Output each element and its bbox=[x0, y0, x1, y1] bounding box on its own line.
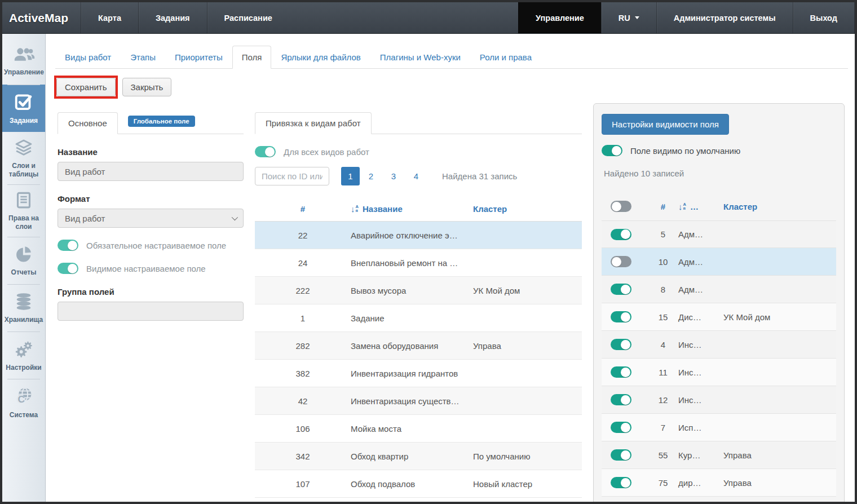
name-field[interactable] bbox=[58, 162, 244, 181]
column-header-name[interactable]: ↓Ая Название bbox=[351, 204, 473, 214]
tab-plugins-webhooks[interactable]: Плагины и Web-хуки bbox=[370, 46, 470, 69]
work-types-table-header: # ↓Ая Название Кластер bbox=[255, 196, 582, 222]
row-visibility-toggle[interactable] bbox=[611, 422, 631, 433]
sidebar-item-layers[interactable]: Слои и таблицы bbox=[2, 132, 45, 184]
work-type-row[interactable]: 342 Обход квартир По умолчанию bbox=[255, 443, 582, 470]
nav-item-tasks[interactable]: Задания bbox=[138, 2, 207, 33]
tab-stages[interactable]: Этапы bbox=[121, 46, 165, 69]
page-button-1[interactable]: 1 bbox=[341, 167, 360, 185]
sidebar-item-system[interactable]: C Система bbox=[2, 379, 45, 426]
visibility-row[interactable]: 10 Адм… bbox=[602, 248, 836, 276]
visibility-row[interactable]: 15 Дис… УК Мой дом bbox=[602, 303, 836, 331]
row-name: Внеплановый ремонт на … bbox=[351, 258, 473, 268]
required-field-label: Обязательное настраиваемое поле bbox=[86, 241, 226, 250]
work-type-row[interactable]: 42 Инвентаризация существ… bbox=[255, 387, 582, 415]
work-type-row[interactable]: 22 Аварийное отключение э… bbox=[255, 222, 582, 249]
save-button[interactable]: Сохранить bbox=[56, 78, 116, 96]
sidebar-item-settings[interactable]: Настройки bbox=[2, 331, 45, 379]
row-visibility-toggle[interactable] bbox=[611, 256, 631, 267]
row-id: 12 bbox=[648, 395, 678, 405]
visibility-row[interactable]: 75 дир… Управа bbox=[602, 469, 836, 497]
nav-item-user[interactable]: Администратор системы bbox=[656, 2, 793, 33]
work-type-row[interactable]: 222 Вывоз мусора УК Мой дом bbox=[255, 277, 582, 304]
field-form-panel: Основное Глобальное поле Название Формат… bbox=[58, 110, 244, 321]
page-button-4[interactable]: 4 bbox=[405, 171, 427, 181]
row-visibility-toggle[interactable] bbox=[611, 311, 631, 322]
row-cluster: Управа bbox=[723, 478, 836, 488]
work-type-row[interactable]: 282 Замена оборудования Управа bbox=[255, 332, 582, 360]
sidebar-item-storage[interactable]: Хранилища bbox=[2, 284, 45, 331]
row-visibility-toggle[interactable] bbox=[611, 394, 631, 405]
column-header-id[interactable]: # bbox=[255, 204, 351, 214]
row-id: 22 bbox=[255, 231, 351, 240]
format-select[interactable]: Вид работ bbox=[58, 209, 244, 228]
visibility-row[interactable]: 8 Адм… bbox=[602, 276, 836, 303]
column-header-name[interactable]: ↓Ая … bbox=[678, 202, 723, 211]
close-button[interactable]: Закрыть bbox=[122, 78, 172, 96]
row-id: 342 bbox=[255, 452, 351, 461]
nav-item-map[interactable]: Карта bbox=[81, 2, 138, 33]
tab-work-type-binding[interactable]: Привязка к видам работ bbox=[255, 112, 372, 134]
visibility-row[interactable]: 12 Инс… bbox=[602, 386, 836, 414]
row-visibility-toggle[interactable] bbox=[611, 339, 631, 350]
sidebar-item-label: Задания bbox=[4, 117, 43, 125]
required-field-toggle[interactable] bbox=[58, 240, 78, 251]
column-header-cluster[interactable]: Кластер bbox=[473, 204, 582, 214]
database-icon bbox=[13, 291, 34, 312]
column-header-id[interactable]: # bbox=[648, 202, 678, 211]
work-type-row[interactable]: 24 Внеплановый ремонт на … bbox=[255, 249, 582, 277]
visible-field-toggle[interactable] bbox=[58, 263, 78, 274]
sort-alpha-icon: ↓Ая bbox=[351, 205, 359, 213]
visibility-row[interactable]: 11 Инс… bbox=[602, 359, 836, 386]
name-label: Название bbox=[58, 147, 244, 157]
users-icon bbox=[12, 45, 35, 64]
tab-work-types[interactable]: Виды работ bbox=[55, 46, 121, 69]
nav-item-logout[interactable]: Выход bbox=[793, 2, 855, 33]
visibility-settings-button[interactable]: Настройки видимости поля bbox=[602, 114, 729, 135]
row-name: Мойка моста bbox=[351, 424, 473, 434]
work-type-row[interactable]: 107 Обход подвалов Новый кластер bbox=[255, 470, 582, 498]
row-cluster: По умолчанию bbox=[473, 452, 582, 461]
row-id: 24 bbox=[255, 258, 351, 268]
sidebar-item-label: Система bbox=[4, 411, 43, 419]
nav-item-schedule[interactable]: Расписание bbox=[207, 2, 289, 33]
action-buttons: Сохранить Закрыть bbox=[54, 76, 171, 99]
sidebar-item-layer-rights[interactable]: Права на слои bbox=[2, 184, 45, 237]
tab-fields[interactable]: Поля bbox=[232, 46, 272, 69]
column-header-cluster[interactable]: Кластер bbox=[723, 202, 836, 211]
row-visibility-toggle[interactable] bbox=[611, 366, 631, 378]
page-button-3[interactable]: 3 bbox=[382, 171, 405, 181]
row-name: Дис… bbox=[678, 312, 723, 322]
visibility-row[interactable]: 4 Инс… bbox=[602, 331, 836, 359]
row-visibility-toggle[interactable] bbox=[611, 477, 631, 488]
tab-file-labels[interactable]: Ярлыки для файлов bbox=[271, 46, 370, 69]
page-button-2[interactable]: 2 bbox=[360, 171, 382, 181]
tab-priorities[interactable]: Приоритеты bbox=[165, 46, 232, 69]
row-visibility-toggle[interactable] bbox=[611, 449, 631, 461]
work-type-row[interactable]: 382 Инвентаризация гидрантов bbox=[255, 360, 582, 387]
field-group-input[interactable] bbox=[58, 302, 244, 321]
search-input[interactable] bbox=[255, 167, 329, 185]
visibility-row[interactable]: 55 Кур… Управа bbox=[602, 441, 836, 469]
work-type-row[interactable]: 106 Мойка моста bbox=[255, 415, 582, 443]
format-label: Формат bbox=[58, 194, 244, 204]
work-type-row[interactable]: 1 Задание bbox=[255, 304, 582, 332]
all-work-types-toggle[interactable] bbox=[255, 146, 276, 157]
sidebar-item-management[interactable]: Управление bbox=[2, 37, 45, 85]
row-id: 107 bbox=[255, 479, 351, 489]
sidebar-item-reports[interactable]: Отчеты bbox=[2, 237, 45, 284]
row-visibility-toggle[interactable] bbox=[611, 229, 631, 240]
tab-roles-rights[interactable]: Роли и права bbox=[470, 46, 541, 69]
default-visible-toggle[interactable] bbox=[602, 145, 622, 156]
row-cluster: Новый кластер bbox=[473, 479, 582, 489]
nav-item-management[interactable]: Управление bbox=[518, 2, 601, 33]
sidebar-item-label: Отчеты bbox=[4, 268, 43, 277]
visibility-row[interactable]: 7 Исп… bbox=[602, 414, 836, 441]
tab-general[interactable]: Основное bbox=[58, 112, 118, 134]
pagination: 1 2 3 4 bbox=[341, 167, 427, 185]
sidebar-item-tasks[interactable]: Задания bbox=[2, 85, 45, 132]
row-visibility-toggle[interactable] bbox=[611, 284, 631, 295]
nav-item-language[interactable]: RU bbox=[601, 2, 656, 33]
visibility-row[interactable]: 5 Адм… bbox=[602, 220, 836, 248]
toggle-all-visibility[interactable] bbox=[611, 201, 631, 212]
